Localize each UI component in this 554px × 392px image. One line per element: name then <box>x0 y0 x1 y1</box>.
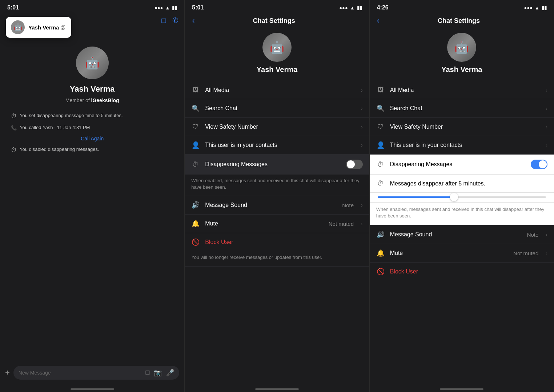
popup-avatar: 🤖 <box>11 20 25 34</box>
shield-icon-2: 🛡 <box>376 123 385 131</box>
slider-fill <box>378 196 453 198</box>
settings-item-all-media-2[interactable]: 🖼 All Media › <box>370 81 554 99</box>
status-bar-2: 5:01 ●●● ▲ ▮▮ <box>185 0 369 13</box>
disappearing-label-2: Disappearing Messages <box>390 161 526 168</box>
all-media-label-1: All Media <box>205 87 354 93</box>
phone-icon-2: 📞 <box>11 125 17 131</box>
status-bar-1: 5:01 ●●● ▲ ▮▮ <box>0 0 184 13</box>
chat-input-icons: □ 📷 🎤 <box>145 369 174 377</box>
disappear-time-label: Messages disappear after 5 minutes. <box>390 180 547 187</box>
settings-item-search-1[interactable]: 🔍 Search Chat › <box>185 99 369 118</box>
status-time-2: 5:01 <box>192 4 204 11</box>
slider-thumb[interactable] <box>450 193 458 201</box>
chat-member: Member of iGeeksBlog <box>65 97 119 103</box>
contact-icon-1: 👤 <box>191 141 200 149</box>
sound-value-1: Note <box>342 202 354 208</box>
block-icon-2: 🚫 <box>376 268 385 276</box>
sound-label-1: Message Sound <box>205 202 337 208</box>
disappearing-expanded-section: ⏱ Disappearing Messages ⏱ Messages disap… <box>370 155 554 225</box>
toggle-knob-off <box>347 160 355 168</box>
safety-label-1: View Safety Number <box>205 124 354 130</box>
chat-input-bar: + New Message □ 📷 🎤 <box>0 362 184 388</box>
settings-list-2: 🖼 All Media › 🔍 Search Chat › 🛡 View Saf… <box>370 81 554 388</box>
settings-item-safety-2[interactable]: 🛡 View Safety Number › <box>370 118 554 136</box>
settings-profile-1: 🤖 Yash Verma <box>185 29 369 81</box>
mute-label-1: Mute <box>205 220 323 227</box>
popup-card[interactable]: 🤖 Yash Verma @ <box>6 17 71 38</box>
chevron-search-2: › <box>546 105 547 111</box>
popup-at: @ <box>60 24 65 30</box>
chat-body: 🤖 Yash Verma Member of iGeeksBlog ⏱ You … <box>0 28 184 199</box>
disappearing-note-1: When enabled, messages sent and received… <box>185 175 369 196</box>
chevron-contacts-1: › <box>361 142 363 148</box>
call-again-link[interactable]: Call Again <box>11 136 173 141</box>
home-indicator-1 <box>71 388 114 390</box>
messages-disappear-row: ⏱ Messages disappear after 5 minutes. <box>370 175 554 193</box>
disappearing-toggle-row[interactable]: ⏱ Disappearing Messages <box>370 155 554 175</box>
video-icon[interactable]: □ <box>161 16 166 25</box>
sound-label-2: Message Sound <box>390 231 522 238</box>
settings-header-1: ‹ Chat Settings <box>185 13 369 29</box>
chat-messages: ⏱ You set disappearing message time to 5… <box>7 113 177 153</box>
settings-item-safety-1[interactable]: 🛡 View Safety Number › <box>185 118 369 136</box>
settings-item-disappearing-1[interactable]: ⏱ Disappearing Messages <box>185 155 369 175</box>
settings-item-block-2[interactable]: 🚫 Block User <box>370 263 554 281</box>
block-note-1: You will no longer receive messages or u… <box>185 251 369 266</box>
sound-value-2: Note <box>527 232 539 238</box>
mute-icon-1: 🔔 <box>191 220 200 228</box>
settings-item-contacts-2[interactable]: 👤 This user is in your contacts › <box>370 136 554 155</box>
settings-profile-2: 🤖 Yash Verma <box>370 29 554 81</box>
settings-item-contacts-1[interactable]: 👤 This user is in your contacts › <box>185 136 369 155</box>
status-bar-3: 4:26 ●●● ▲ ▮▮ <box>370 0 554 13</box>
disappearing-toggle-off[interactable] <box>346 160 363 169</box>
shield-icon-1: 🛡 <box>191 123 200 131</box>
timer-icon-2: ⏱ <box>11 147 17 153</box>
chat-msg-1: ⏱ You set disappearing message time to 5… <box>11 113 173 120</box>
settings-item-mute-2[interactable]: 🔔 Mute Not muted › <box>370 244 554 263</box>
chevron-media-1: › <box>361 87 363 93</box>
chevron-search-1: › <box>361 105 363 111</box>
settings-title-1: Chat Settings <box>253 17 295 25</box>
settings-item-block-1[interactable]: 🚫 Block User <box>185 233 369 251</box>
settings-item-search-2[interactable]: 🔍 Search Chat › <box>370 99 554 118</box>
chevron-media-2: › <box>546 87 547 93</box>
contacts-label-2: This user is in your contacts <box>390 142 539 148</box>
phone-icon[interactable]: ✆ <box>172 16 178 25</box>
home-indicator-2 <box>255 388 299 390</box>
chevron-contacts-2: › <box>546 142 547 148</box>
toggle-knob-on <box>539 160 547 168</box>
settings-title-2: Chat Settings <box>438 17 480 25</box>
settings-item-sound-1[interactable]: 🔊 Message Sound Note › <box>185 196 369 215</box>
chat-header: 🤖 Yash Verma @ □ ✆ <box>0 13 184 28</box>
disappearing-toggle-on[interactable] <box>531 160 547 169</box>
chevron-sound-1: › <box>361 202 363 208</box>
timer-icon-5: ⏱ <box>376 180 385 187</box>
status-time-3: 4:26 <box>377 4 389 11</box>
slider-track[interactable] <box>378 196 546 198</box>
sticker-icon[interactable]: □ <box>145 369 149 377</box>
search-label-1: Search Chat <box>205 105 354 112</box>
plus-icon[interactable]: + <box>5 368 10 377</box>
chat-avatar: 🤖 <box>76 47 109 79</box>
settings-item-sound-2[interactable]: 🔊 Message Sound Note › <box>370 225 554 244</box>
slider-row <box>370 193 554 203</box>
chat-msg-2: 📞 You called Yash · 11 Jan 4:31 PM <box>11 125 173 131</box>
mute-icon-2: 🔔 <box>376 249 385 257</box>
settings-item-all-media-1[interactable]: 🖼 All Media › <box>185 81 369 99</box>
block-label-1: Block User <box>205 239 362 245</box>
settings-name-1: Yash Verma <box>257 65 297 74</box>
search-icon-1: 🔍 <box>191 104 200 112</box>
mic-icon[interactable]: 🎤 <box>166 369 174 377</box>
chevron-mute-1: › <box>361 221 363 227</box>
disappearing-note-2: When enabled, messages sent and received… <box>370 203 554 225</box>
chevron-sound-2: › <box>546 232 547 237</box>
back-button-2[interactable]: ‹ <box>377 16 380 25</box>
settings-item-mute-1[interactable]: 🔔 Mute Not muted › <box>185 215 369 233</box>
settings-avatar-1: 🤖 <box>262 33 292 62</box>
camera-icon[interactable]: 📷 <box>154 369 162 377</box>
input-placeholder: New Message <box>19 370 51 376</box>
media-icon-1: 🖼 <box>191 86 200 94</box>
back-button-1[interactable]: ‹ <box>192 16 194 25</box>
timer-icon-4: ⏱ <box>376 161 385 168</box>
chat-input-field[interactable]: New Message □ 📷 🎤 <box>13 366 179 380</box>
